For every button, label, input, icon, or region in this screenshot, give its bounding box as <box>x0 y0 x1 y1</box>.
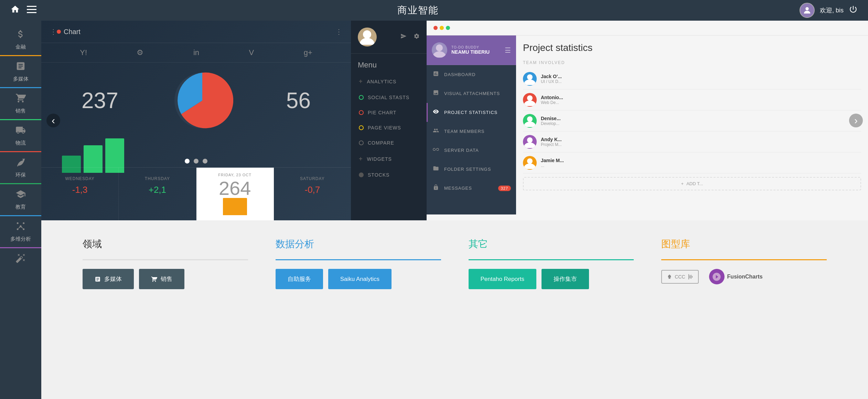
saiku-button[interactable]: Saiku Analytics <box>328 269 392 289</box>
menu-item-compare[interactable]: COMPARE <box>351 135 427 150</box>
stat-value-sat: -0,7 <box>304 185 320 195</box>
gear-icon[interactable] <box>414 33 420 41</box>
chart-panel: ⋮ Chart ⋮ Y! ⚙ in V g+ 237 <box>41 21 351 220</box>
sidebar-item-finance[interactable]: 金融 <box>0 24 41 56</box>
multi-icon <box>15 221 26 234</box>
svg-point-7 <box>17 222 19 224</box>
fusion-badge[interactable]: FusionCharts <box>709 269 763 284</box>
power-icon[interactable] <box>849 5 858 16</box>
dashboard-icon <box>433 71 439 78</box>
menu-item-social[interactable]: SOCIAL STASTS <box>351 90 427 105</box>
data-analysis-title: 数据分析 <box>276 238 441 251</box>
sidebar-item-magic[interactable] <box>0 248 41 274</box>
rp-main: Project statistics TEAM INVOLVED Jack O'… <box>516 35 868 214</box>
menu-icon[interactable] <box>27 5 36 16</box>
main-content: ⋮ Chart ⋮ Y! ⚙ in V g+ 237 <box>41 21 868 399</box>
sidebar-item-media[interactable]: 多媒体 <box>0 56 41 88</box>
edu-label: 教育 <box>15 204 26 210</box>
stat-thursday: THURSDAY +2,1 <box>119 168 196 220</box>
user-avatar[interactable] <box>800 3 815 18</box>
sidebar-item-sales[interactable]: 销售 <box>0 88 41 120</box>
rp-buddy-label: TO-DO BUDDY <box>451 45 490 49</box>
member-info-3: Denise... Develop... <box>541 116 561 126</box>
ccc-badge[interactable]: CCC <box>661 270 698 284</box>
sales-button[interactable]: 销售 <box>139 269 184 289</box>
rp-menu-icon[interactable]: ☰ <box>505 46 511 54</box>
server-icon <box>433 146 439 154</box>
widgets-plus-icon: + <box>359 155 363 162</box>
panel-menu-icon[interactable]: ⋮ <box>50 28 57 36</box>
welcome-text: 欢迎, bis <box>820 6 844 14</box>
member-role-1: UI / UX D... <box>541 79 562 84</box>
next-arrow[interactable]: › <box>849 114 863 127</box>
sidebar-item-logistics[interactable]: 物流 <box>0 120 41 152</box>
other-divider <box>469 259 634 260</box>
social-gplus-icon[interactable]: g+ <box>304 48 312 57</box>
rp-user-header: TO-DO BUDDY NEAMU TIBERIU ☰ <box>427 35 516 65</box>
rp-nav-folder[interactable]: FOLDER SETTINGS <box>427 160 516 179</box>
social-settings-icon[interactable]: ⚙ <box>137 48 143 57</box>
rp-nav-visual[interactable]: VISUAL ATTACHMENTS <box>427 84 516 103</box>
menu-item-stocks[interactable]: STOCKS <box>351 167 427 182</box>
add-label: ADD T... <box>686 181 703 186</box>
dot-3[interactable] <box>203 159 207 164</box>
social-y-icon[interactable]: Y! <box>80 48 87 57</box>
social-vimeo-icon[interactable]: V <box>249 48 254 57</box>
bottom-section: 领域 多媒体 销售 数据分析 <box>41 220 868 306</box>
member-role-4: Project M... <box>541 142 562 147</box>
rp-nav-messages[interactable]: MESSAGES 327 <box>427 179 516 198</box>
home-icon[interactable] <box>10 4 20 17</box>
logistics-label: 物流 <box>15 140 26 146</box>
top-header: 商业智能 欢迎, bis <box>0 0 868 21</box>
header-right: 欢迎, bis <box>800 3 858 18</box>
team-involved-label: TEAM INVOLVED <box>523 60 861 65</box>
dot-1[interactable] <box>185 159 190 164</box>
eco-icon <box>15 157 26 170</box>
pentaho-button[interactable]: Pentaho Reports <box>469 269 537 289</box>
marketplace-button[interactable]: 操作集市 <box>542 269 589 289</box>
rp-nav-dashboard[interactable]: DASHBOARD <box>427 65 516 84</box>
media-icon <box>15 61 26 74</box>
panel-options-icon[interactable]: ⋮ <box>335 28 342 36</box>
team-member-4: Andy K... Project M... <box>523 132 861 153</box>
menu-item-analytics[interactable]: + ANALYTICS <box>351 73 427 90</box>
win-dot-yellow <box>440 26 444 30</box>
social-linkedin-icon[interactable]: in <box>193 48 199 57</box>
menu-item-widgets[interactable]: + WIDGETS <box>351 150 427 167</box>
stat-value-thu: +2,1 <box>149 185 166 195</box>
chart-number-right: 56 <box>286 88 311 113</box>
send-icon[interactable] <box>400 33 407 41</box>
sidebar-item-edu[interactable]: 教育 <box>0 184 41 216</box>
slideshow-preview: ⋮ Chart ⋮ Y! ⚙ in V g+ 237 <box>41 21 868 220</box>
stat-value-wed: -1,3 <box>72 185 88 195</box>
prev-arrow[interactable]: ‹ <box>46 114 60 127</box>
rp-nav-server[interactable]: SERVER DATA <box>427 141 516 160</box>
dot-2[interactable] <box>194 159 199 164</box>
menu-panel-avatar <box>358 28 377 46</box>
member-avatar-2 <box>523 93 537 107</box>
sidebar-item-eco[interactable]: 环保 <box>0 152 41 184</box>
menu-item-piechart[interactable]: PIE CHART <box>351 105 427 120</box>
member-info-1: Jack O'... UI / UX D... <box>541 74 562 84</box>
header-left <box>10 4 36 17</box>
rp-nav-stats[interactable]: PROJECT STATISTICS <box>427 103 516 122</box>
server-label: SERVER DATA <box>444 148 479 153</box>
widgets-label: WIDGETS <box>367 156 392 162</box>
main-layout: 金融 多媒体 销售 物流 环保 <box>0 0 868 399</box>
menu-panel-icons <box>400 33 420 41</box>
project-panel: TO-DO BUDDY NEAMU TIBERIU ☰ DASHBOARD <box>427 21 868 220</box>
rp-nav-team[interactable]: TEAM MEMBERS <box>427 122 516 141</box>
member-name-1: Jack O'... <box>541 74 562 79</box>
rp-user-avatar <box>432 42 447 58</box>
team-member-2: Antonio... Web De... <box>523 90 861 111</box>
add-member-button[interactable]: + ADD T... <box>523 177 861 190</box>
sidebar-item-multi[interactable]: 多维分析 <box>0 216 41 248</box>
media-button[interactable]: 多媒体 <box>83 269 134 289</box>
chart-libs-list: CCC FusionCharts <box>661 269 827 284</box>
social-icons-row: Y! ⚙ in V g+ <box>41 43 351 63</box>
rp-main-title: Project statistics <box>523 42 861 53</box>
self-service-button[interactable]: 自助服务 <box>276 269 323 289</box>
bottom-stats: WEDNESDAY -1,3 THURSDAY +2,1 FRIDAY, 23 … <box>41 167 351 220</box>
chart-number-left: 237 <box>82 88 118 113</box>
menu-item-pageviews[interactable]: PAGE VIEWS <box>351 120 427 135</box>
